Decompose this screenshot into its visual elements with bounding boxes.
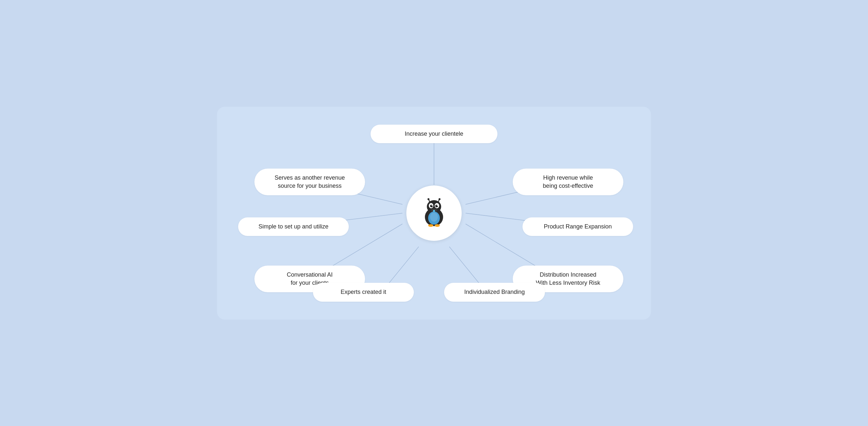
svg-point-25 [430,213,438,222]
pill-increase-clientele: Increase your clientele [371,125,497,143]
mascot-container [406,185,462,241]
pill-simple-setup: Simple to set up and utilize [238,217,349,236]
pill-revenue-text: Serves as another revenuesource for your… [275,175,345,189]
pill-branding: Individualized Branding [444,283,545,301]
svg-point-24 [435,224,440,227]
pill-revenue-source: Serves as another revenuesource for your… [254,169,365,195]
mascot-icon [418,197,450,230]
pill-distribution-text: Distribution IncreasedWith Less Inventor… [536,271,600,286]
svg-point-23 [428,224,433,227]
pill-high-revenue-text: High revenue whilebeing cost-effective [543,175,593,189]
svg-point-20 [437,205,438,206]
svg-point-11 [428,198,429,200]
svg-point-19 [432,205,433,206]
pill-experts: Experts created it [313,283,414,301]
svg-point-26 [433,210,435,212]
pill-high-revenue: High revenue whilebeing cost-effective [513,169,623,195]
pill-product-range: Product Range Expansion [523,217,633,236]
main-container: Increase your clientele Serves as anothe… [217,107,651,320]
svg-point-13 [439,198,440,200]
